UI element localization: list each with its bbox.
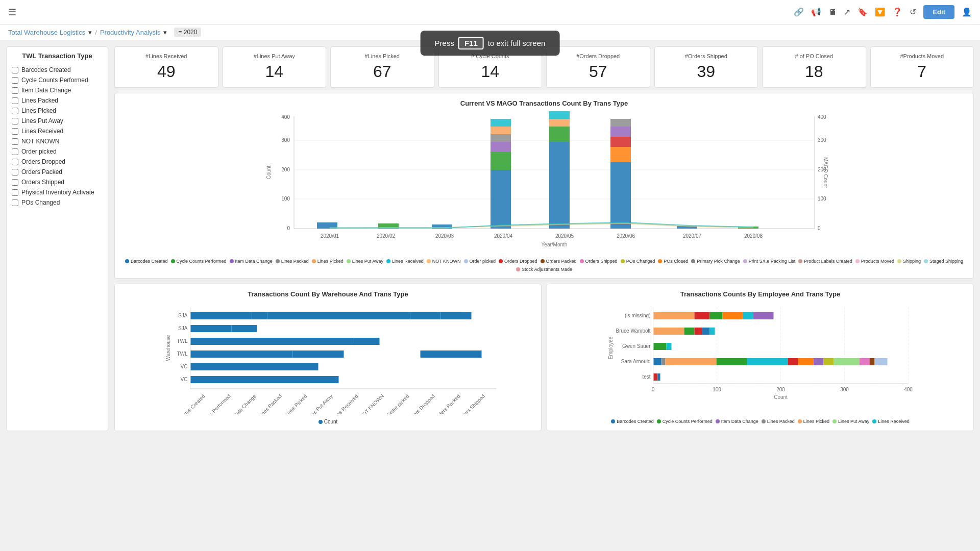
left-panel: TWL Transaction Type Barcodes CreatedCyc…: [6, 46, 108, 431]
svg-text:0: 0: [652, 387, 655, 392]
main-content: TWL Transaction Type Barcodes CreatedCyc…: [0, 40, 980, 437]
filter-tag[interactable]: = 2020: [174, 28, 201, 37]
filter-checkbox[interactable]: [12, 179, 18, 186]
svg-rect-36: [549, 111, 570, 119]
bottom-left-title: Transactions Count By Warehouse And Tran…: [121, 290, 535, 298]
filter-item: POs Changed: [11, 197, 104, 208]
legend-item: Lines Packed: [762, 419, 795, 424]
filter-checkbox[interactable]: [12, 108, 18, 114]
refresh-icon[interactable]: ↺: [910, 7, 916, 17]
filter-checkbox[interactable]: [12, 169, 18, 176]
filter-checkbox[interactable]: [12, 77, 18, 84]
stat-card-label: #Lines Received: [119, 53, 214, 59]
filter-item: Physical Inventory Activate: [11, 187, 104, 197]
edit-button[interactable]: Edit: [923, 5, 954, 19]
filter-checkbox[interactable]: [12, 199, 18, 206]
svg-text:Barcodes Created: Barcodes Created: [173, 393, 206, 414]
breadcrumb-child-arrow-icon: ▾: [163, 29, 167, 36]
nav-icons: 🔗 📢 🖥 ↗ 🔖 🔽 ❓ ↺ Edit 👤: [794, 5, 972, 19]
filter-checkbox[interactable]: [12, 118, 18, 124]
stat-card: # of PO Closed18: [762, 46, 866, 88]
svg-text:200: 200: [281, 167, 290, 172]
main-chart-svg: 0 100 200 300 400 Count 0 100 200 300 40…: [121, 111, 967, 254]
stat-card-value: 49: [119, 62, 214, 81]
svg-text:Lines Packed: Lines Packed: [257, 393, 283, 414]
filter-label: Physical Inventory Activate: [21, 189, 94, 196]
breadcrumb-separator: /: [95, 29, 97, 36]
bookmark-icon[interactable]: 🔖: [857, 7, 868, 17]
filter-icon[interactable]: 🔽: [875, 7, 885, 17]
legend-item: Cycle Counts Performed: [171, 259, 227, 264]
bottom-right-title: Transactions Counts By Employee And Tran…: [553, 290, 967, 298]
monitor-icon[interactable]: 🖥: [828, 8, 837, 17]
filter-label: Lines Packed: [21, 97, 58, 104]
filter-label: Order picked: [21, 148, 57, 155]
filter-label: NOT KNOWN: [21, 138, 59, 145]
fullscreen-banner: Press F11 to exit full screen: [421, 31, 560, 56]
svg-rect-37: [610, 162, 631, 229]
svg-rect-58: [252, 312, 267, 319]
legend-item: Lines Put Away: [832, 419, 869, 424]
legend-item: Item Data Change: [230, 259, 273, 264]
svg-rect-129: [658, 373, 660, 381]
stat-card: #Lines Put Away14: [223, 46, 327, 88]
svg-rect-29: [491, 142, 511, 152]
filter-checkbox[interactable]: [12, 67, 18, 73]
svg-text:Employee: Employee: [608, 336, 614, 359]
svg-rect-116: [662, 358, 666, 365]
help-icon[interactable]: ❓: [892, 7, 902, 17]
svg-rect-126: [870, 358, 875, 365]
svg-rect-118: [717, 358, 747, 365]
svg-rect-113: [654, 343, 667, 350]
svg-rect-105: [723, 312, 743, 319]
svg-rect-124: [834, 358, 860, 365]
filter-checkbox[interactable]: [12, 189, 18, 196]
svg-rect-70: [191, 376, 339, 383]
filter-checkbox[interactable]: [12, 148, 18, 155]
stat-card-label: #Orders Shipped: [659, 53, 754, 59]
nav-left: ☰: [8, 7, 16, 18]
stat-card-label: # of PO Closed: [767, 53, 862, 59]
bottom-right-chart: Transactions Counts By Employee And Tran…: [547, 284, 974, 431]
breadcrumb-parent[interactable]: Total Warehouse Logistics: [8, 29, 85, 36]
filter-checkbox[interactable]: [12, 138, 18, 145]
stat-card: #Orders Dropped57: [546, 46, 650, 88]
top-nav: ☰ 🔗 📢 🖥 ↗ 🔖 🔽 ❓ ↺ Edit 👤: [0, 0, 980, 24]
link-icon[interactable]: 🔗: [794, 7, 804, 17]
breadcrumb-child[interactable]: Productivity Analysis: [100, 29, 161, 36]
svg-text:2020/07: 2020/07: [683, 233, 702, 239]
svg-text:SJA: SJA: [178, 313, 188, 318]
svg-text:VC: VC: [181, 377, 188, 382]
svg-rect-117: [666, 358, 717, 365]
filter-checkbox[interactable]: [12, 97, 18, 104]
filter-checkbox[interactable]: [12, 128, 18, 135]
legend-item: Products Moved: [855, 259, 894, 264]
legend-item: Staged Shipping: [924, 259, 963, 264]
svg-rect-41: [610, 119, 631, 127]
filter-label: Orders Shipped: [21, 179, 64, 186]
f11-key: F11: [458, 37, 484, 49]
svg-rect-31: [491, 127, 511, 134]
stat-card-value: 39: [659, 62, 754, 81]
main-chart-panel: Current VS MAGO Transactions Count By Tr…: [114, 93, 974, 279]
hamburger-icon[interactable]: ☰: [8, 7, 16, 18]
svg-text:Orders Dropped: Orders Dropped: [406, 393, 435, 414]
stat-card-value: 67: [335, 62, 430, 81]
svg-rect-60: [410, 312, 441, 319]
svg-rect-30: [491, 134, 511, 142]
left-panel-title: TWL Transaction Type: [11, 52, 104, 60]
user-icon[interactable]: 👤: [962, 7, 972, 17]
svg-rect-64: [191, 338, 354, 345]
svg-text:100: 100: [281, 196, 290, 202]
svg-text:TWL: TWL: [177, 351, 188, 357]
filter-checkbox[interactable]: [12, 159, 18, 165]
svg-text:Warehouse: Warehouse: [165, 335, 171, 361]
broadcast-icon[interactable]: 📢: [811, 7, 821, 17]
svg-rect-128: [654, 373, 658, 381]
filter-item: Cycle Counts Performed: [11, 75, 104, 85]
svg-text:Orders Shipped: Orders Shipped: [457, 393, 486, 414]
filter-checkbox[interactable]: [12, 87, 18, 94]
share-icon[interactable]: ↗: [844, 7, 850, 17]
svg-rect-103: [695, 312, 710, 319]
svg-rect-109: [684, 328, 695, 335]
